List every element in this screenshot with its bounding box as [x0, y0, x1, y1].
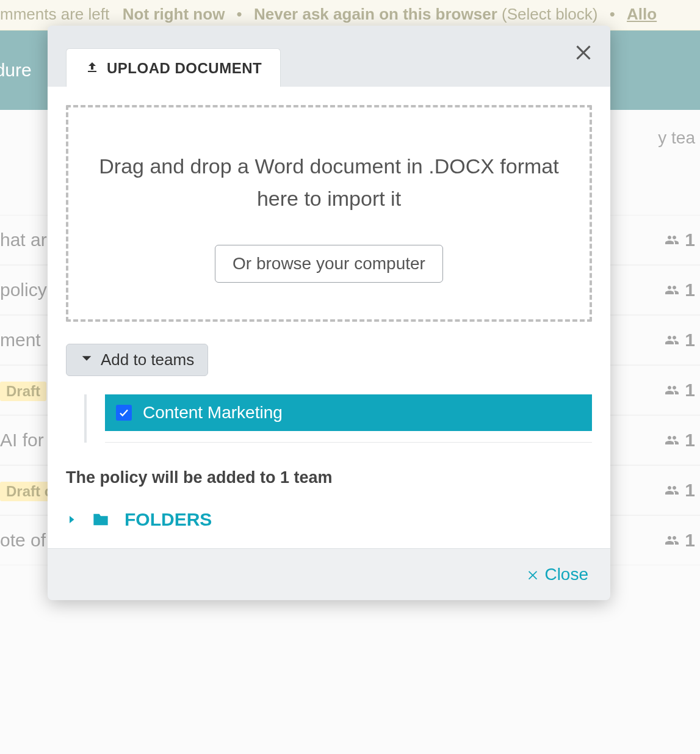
team-separator	[105, 442, 592, 443]
team-name: Content Marketing	[143, 403, 283, 422]
chevron-right-icon	[66, 512, 77, 527]
folder-icon	[90, 511, 111, 528]
upload-icon	[85, 60, 99, 77]
add-to-teams-toggle[interactable]: Add to teams	[66, 344, 208, 376]
team-checkbox[interactable]	[116, 405, 132, 421]
modal-footer: Close	[48, 548, 610, 600]
folders-label: FOLDERS	[124, 509, 212, 530]
modal-body: Drag and drop a Word document in .DOCX f…	[48, 87, 610, 548]
upload-document-modal: UPLOAD DOCUMENT Drag and drop a Word doc…	[48, 26, 610, 600]
tab-label: UPLOAD DOCUMENT	[107, 60, 262, 77]
team-count-summary: The policy will be added to 1 team	[66, 468, 592, 487]
x-icon	[526, 568, 539, 581]
team-row[interactable]: Content Marketing	[105, 394, 592, 431]
add-to-teams-label: Add to teams	[101, 350, 194, 369]
tab-upload-document[interactable]: UPLOAD DOCUMENT	[66, 48, 281, 87]
folders-toggle[interactable]: FOLDERS	[66, 509, 592, 530]
teams-panel: Content Marketing	[84, 394, 592, 443]
close-label: Close	[544, 565, 588, 584]
dropzone-message: Drag and drop a Word document in .DOCX f…	[87, 150, 571, 214]
modal-header: UPLOAD DOCUMENT	[48, 26, 610, 87]
close-button[interactable]: Close	[526, 565, 588, 584]
file-dropzone[interactable]: Drag and drop a Word document in .DOCX f…	[66, 105, 592, 322]
chevron-down-icon	[80, 350, 93, 369]
browse-button[interactable]: Or browse your computer	[215, 245, 443, 283]
close-icon[interactable]	[569, 37, 598, 66]
